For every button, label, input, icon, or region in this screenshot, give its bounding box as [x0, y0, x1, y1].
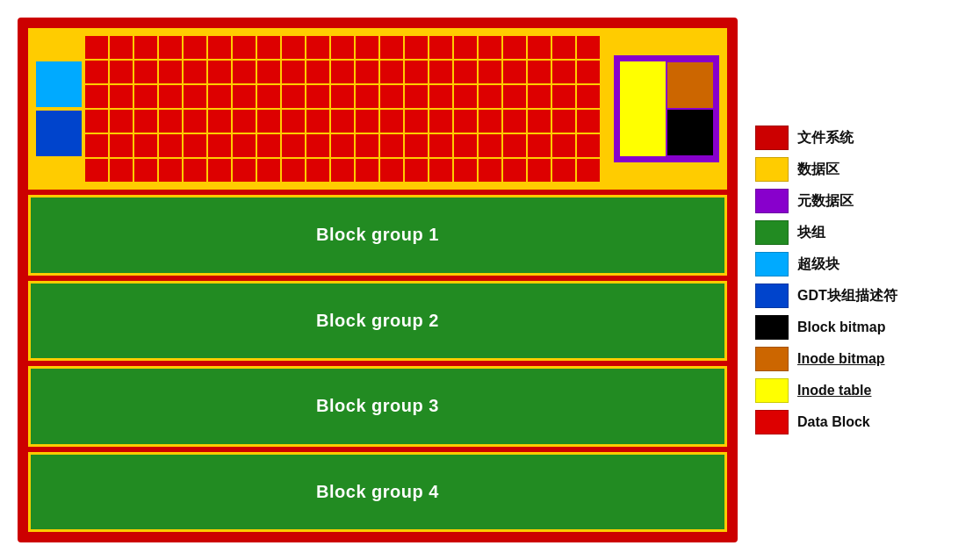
data-block-cell [306, 85, 329, 108]
legend-label-2: 元数据区 [797, 192, 854, 211]
legend-color-6 [755, 315, 789, 340]
data-block-cell [208, 134, 231, 157]
legend-color-8 [755, 378, 789, 403]
data-block-cell [429, 85, 452, 108]
legend-label-9: Data Block [797, 414, 870, 430]
data-block-cell [503, 36, 526, 59]
data-block-cell [110, 36, 133, 59]
filesystem-overview [28, 28, 727, 190]
data-block-cell [331, 36, 354, 59]
data-block-cell [429, 134, 452, 157]
legend-color-3 [755, 220, 789, 245]
data-block-cell [503, 134, 526, 157]
legend-color-5 [755, 284, 789, 308]
data-block-cell [356, 134, 378, 157]
legend-label-8: Inode table [797, 383, 871, 398]
legend-color-4 [755, 252, 789, 276]
data-block-cell [454, 61, 477, 83]
data-block-cell [306, 134, 329, 157]
data-block-cell [159, 61, 182, 83]
data-block-cell [233, 159, 256, 182]
data-block-cell [134, 159, 157, 182]
block-group-3: Block group 3 [28, 366, 727, 447]
data-block-cell [577, 159, 600, 182]
data-block-cell [233, 85, 256, 108]
data-block-cell [257, 110, 280, 133]
data-block-cell [184, 110, 206, 133]
block-bitmap-block [667, 110, 713, 155]
data-block-cell [306, 61, 329, 83]
filesystem-diagram: Block group 1 Block group 2 Block group … [18, 18, 738, 542]
data-block-cell [479, 110, 501, 133]
data-block-cell [429, 36, 452, 59]
data-block-cell [208, 36, 231, 59]
block-group-2: Block group 2 [28, 281, 727, 362]
legend-item-6: Block bitmap [755, 315, 962, 340]
data-blocks-grid [85, 36, 610, 182]
data-block-cell [577, 85, 600, 108]
data-block-cell [405, 134, 428, 157]
data-block-cell [356, 36, 378, 59]
data-block-cell [331, 159, 354, 182]
data-block-cell [85, 110, 108, 133]
legend-label-7: Inode bitmap [797, 351, 885, 367]
data-block-cell [380, 110, 403, 133]
data-block-cell [159, 85, 182, 108]
data-block-cell [356, 85, 378, 108]
data-block-cell [528, 134, 551, 157]
data-block-cell [85, 36, 108, 59]
data-block-cell [380, 134, 403, 157]
data-block-cell [503, 110, 526, 133]
legend-item-9: Data Block [755, 410, 962, 434]
block-group-4-label: Block group 4 [316, 482, 439, 502]
inode-table-block [620, 61, 666, 156]
data-block-cell [282, 85, 305, 108]
data-block-cell [528, 36, 551, 59]
data-block-cell [577, 61, 600, 83]
data-block-cell [134, 36, 157, 59]
data-block-cell [85, 61, 108, 83]
data-block-cell [503, 61, 526, 83]
block-group-4: Block group 4 [28, 452, 727, 533]
data-block-cell [331, 110, 354, 133]
right-metadata-section [614, 55, 719, 162]
data-block-cell [159, 134, 182, 157]
legend-color-7 [755, 347, 789, 371]
legend-color-0 [755, 126, 789, 150]
data-block-cell [306, 36, 329, 59]
data-block-cell [110, 134, 133, 157]
legend-item-2: 元数据区 [755, 189, 962, 213]
main-container: Block group 1 Block group 2 Block group … [0, 0, 980, 560]
inode-bitmap-block [667, 62, 713, 108]
data-block-cell [405, 36, 428, 59]
legend-color-9 [755, 410, 789, 434]
data-block-cell [184, 85, 206, 108]
data-block-cell [528, 61, 551, 83]
block-group-1: Block group 1 [28, 195, 727, 276]
data-block-cell [257, 36, 280, 59]
data-block-cell [380, 159, 403, 182]
data-block-cell [405, 110, 428, 133]
data-block-cell [356, 61, 378, 83]
block-groups-container: Block group 1 Block group 2 Block group … [28, 195, 727, 532]
data-block-cell [306, 159, 329, 182]
data-block-cell [479, 134, 501, 157]
data-block-cell [552, 36, 575, 59]
data-block-cell [454, 36, 477, 59]
data-block-cell [503, 85, 526, 108]
legend-item-7: Inode bitmap [755, 347, 962, 371]
data-block-cell [85, 159, 108, 182]
data-block-cell [134, 110, 157, 133]
data-block-cell [159, 110, 182, 133]
data-block-cell [85, 134, 108, 157]
legend-color-1 [755, 157, 789, 182]
data-block-cell [503, 159, 526, 182]
legend-item-5: GDT块组描述符 [755, 284, 962, 308]
legend-label-3: 块组 [797, 224, 825, 242]
data-block-cell [257, 159, 280, 182]
super-block [36, 61, 82, 107]
legend-label-1: 数据区 [797, 161, 839, 179]
data-block-cell [528, 85, 551, 108]
data-block-cell [405, 85, 428, 108]
left-special-blocks [36, 61, 82, 156]
